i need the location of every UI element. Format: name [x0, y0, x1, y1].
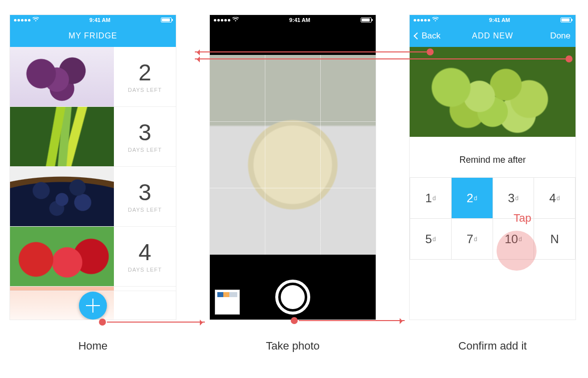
days-label: DAYS LEFT — [128, 207, 162, 213]
wifi-icon — [32, 17, 39, 23]
gallery-thumbnail[interactable] — [215, 290, 240, 315]
day-number: 1 — [425, 191, 432, 205]
day-unit: d — [515, 195, 519, 202]
item-photo — [10, 47, 114, 106]
flow-arrow — [195, 58, 566, 59]
back-button[interactable]: Back — [410, 25, 446, 47]
list-item[interactable]: 3 DAYS LEFT — [10, 107, 176, 167]
preview-photo — [410, 47, 576, 137]
days-number: 3 — [138, 181, 151, 204]
wifi-icon — [432, 17, 439, 23]
status-time: 9:41 AM — [89, 17, 110, 23]
signal-icon — [14, 19, 30, 21]
touch-indicator — [291, 317, 298, 324]
day-option[interactable]: 5d — [410, 219, 452, 260]
item-photo — [10, 227, 114, 286]
flow-arrow — [107, 322, 205, 323]
chevron-left-icon — [414, 32, 421, 39]
camera-viewfinder — [210, 55, 376, 255]
status-time: 9:41 AM — [289, 17, 310, 23]
battery-icon — [161, 17, 172, 22]
status-time: 9:41 AM — [489, 17, 510, 23]
day-number: 2 — [467, 191, 473, 205]
days-number: 4 — [138, 241, 151, 264]
item-photo — [10, 107, 114, 166]
day-unit: d — [474, 195, 477, 202]
days-number: 3 — [138, 121, 151, 144]
tap-highlight — [497, 231, 537, 271]
tap-annotation: Tap — [514, 212, 531, 225]
nav-bar-confirm: Back ADD NEW Done — [410, 25, 576, 47]
shutter-button[interactable] — [275, 280, 310, 315]
day-option[interactable]: N — [534, 219, 576, 260]
day-option[interactable]: 2d — [452, 178, 493, 219]
status-bar: 9:41 AM — [210, 15, 376, 25]
day-option[interactable]: 7d — [452, 219, 493, 260]
flow-arrow — [195, 51, 427, 52]
screen-confirm: 9:41 AM Back ADD NEW Done Remind me afte… — [410, 15, 576, 320]
day-number: N — [550, 232, 559, 246]
nav-title: ADD NEW — [472, 31, 514, 40]
caption: Confirm add it — [410, 340, 576, 353]
day-option[interactable]: 1d — [410, 178, 452, 219]
item-photo — [10, 167, 114, 226]
day-number: 7 — [467, 232, 473, 246]
list-item[interactable]: 3 DAYS LEFT — [10, 167, 176, 227]
list-item[interactable]: 2 DAYS LEFT — [10, 47, 176, 107]
screen-home: 9:41 AM MY FRIDGE 2 DAYS LEFT 3 DAYS LEF… — [10, 15, 176, 320]
status-bar: 9:41 AM — [410, 15, 576, 25]
back-label: Back — [422, 31, 441, 41]
day-option[interactable]: 4d — [534, 178, 576, 219]
touch-indicator — [427, 48, 434, 55]
days-number: 2 — [138, 61, 151, 84]
day-unit: d — [474, 236, 477, 243]
battery-icon — [561, 17, 572, 22]
battery-icon — [361, 17, 372, 22]
screen-camera: 9:41 AM — [210, 15, 376, 320]
camera-grid-overlay — [210, 55, 376, 255]
day-unit: d — [433, 195, 436, 202]
days-label: DAYS LEFT — [128, 267, 162, 273]
remind-label: Remind me after — [410, 155, 576, 165]
status-bar: 9:41 AM — [10, 15, 176, 25]
day-number: 5 — [425, 232, 432, 246]
days-label: DAYS LEFT — [128, 87, 162, 93]
wifi-icon — [232, 17, 239, 23]
done-button[interactable]: Done — [545, 25, 576, 47]
list-item[interactable]: 4 DAYS LEFT — [10, 227, 176, 287]
day-unit: d — [433, 236, 436, 243]
signal-icon — [214, 19, 230, 21]
flow-arrow — [299, 320, 405, 321]
days-label: DAYS LEFT — [128, 147, 162, 153]
add-button[interactable] — [79, 292, 107, 320]
signal-icon — [414, 19, 430, 21]
fridge-list[interactable]: 2 DAYS LEFT 3 DAYS LEFT 3 DAYS LEFT — [10, 47, 176, 320]
done-label: Done — [550, 31, 571, 41]
bottom-bar — [10, 291, 176, 320]
day-number: 3 — [508, 191, 515, 205]
touch-indicator — [99, 319, 106, 326]
day-picker: 1d2d3d4d5d7d10dN — [410, 177, 576, 260]
caption: Take photo — [210, 340, 376, 353]
day-unit: d — [557, 195, 560, 202]
nav-bar-home: MY FRIDGE — [10, 25, 176, 47]
caption: Home — [10, 340, 176, 353]
nav-title: MY FRIDGE — [68, 31, 117, 40]
day-number: 4 — [550, 191, 556, 205]
touch-indicator — [566, 55, 573, 62]
